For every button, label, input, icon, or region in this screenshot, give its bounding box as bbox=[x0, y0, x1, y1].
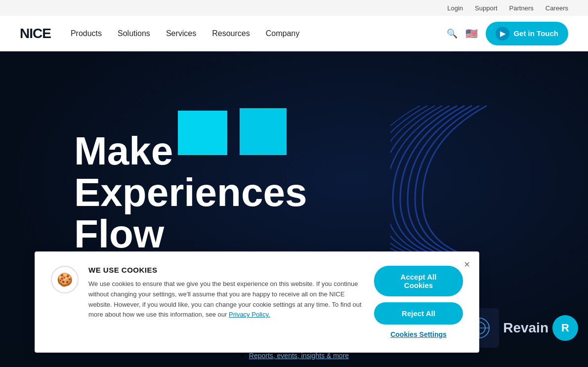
cookie-close-button[interactable]: × bbox=[464, 259, 470, 270]
nav-solutions[interactable]: Solutions bbox=[118, 29, 150, 38]
nav-right: 🔍 🇺🇸 ▶ Get in Touch bbox=[447, 22, 568, 45]
revain-logo-circle: R bbox=[552, 315, 578, 341]
logo[interactable]: NICE bbox=[20, 26, 51, 41]
cookie-content: WE USE COOKIES We use cookies to ensure … bbox=[88, 266, 364, 320]
accept-all-cookies-button[interactable]: Accept All Cookies bbox=[374, 266, 463, 296]
hero-section: Make Experiences Flow Build relationship… bbox=[0, 51, 588, 367]
get-in-touch-button[interactable]: ▶ Get in Touch bbox=[486, 22, 568, 45]
cookie-icon: 🍪 bbox=[51, 266, 79, 293]
careers-link[interactable]: Careers bbox=[546, 4, 568, 12]
cookie-banner: 🍪 WE USE COOKIES We use cookies to ensur… bbox=[35, 251, 479, 353]
revain-text: Revain bbox=[503, 320, 548, 336]
hero-title-line1: Make bbox=[74, 130, 307, 172]
cookie-title: WE USE COOKIES bbox=[88, 266, 364, 274]
hero-title: Make Experiences Flow bbox=[74, 130, 307, 255]
reject-all-button[interactable]: Reject All bbox=[374, 302, 463, 325]
hero-title-line2: Experiences bbox=[74, 172, 307, 213]
partners-link[interactable]: Partners bbox=[509, 4, 534, 12]
cookie-body-text: We use cookies to ensure that we give yo… bbox=[88, 280, 362, 318]
hero-title-line3: Flow bbox=[74, 213, 307, 255]
search-icon[interactable]: 🔍 bbox=[447, 28, 458, 39]
nav-services[interactable]: Services bbox=[166, 29, 196, 38]
chevron-down-icon: ▼ bbox=[239, 352, 245, 359]
top-bar: Login Support Partners Careers bbox=[0, 0, 588, 16]
cta-label: Get in Touch bbox=[513, 29, 558, 38]
nav-products[interactable]: Products bbox=[71, 29, 102, 38]
flag-icon[interactable]: 🇺🇸 bbox=[465, 28, 478, 40]
main-nav: NICE Products Solutions Services Resourc… bbox=[0, 16, 588, 51]
support-link[interactable]: Support bbox=[475, 4, 498, 12]
cookie-body: We use cookies to ensure that we give yo… bbox=[88, 279, 364, 320]
arrow-icon: ▶ bbox=[496, 27, 509, 41]
cookie-actions: Accept All Cookies Reject All Cookies Se… bbox=[374, 266, 463, 338]
cookies-settings-button[interactable]: Cookies Settings bbox=[390, 330, 447, 338]
nav-company[interactable]: Company bbox=[266, 29, 299, 38]
privacy-policy-link[interactable]: Privacy Policy. bbox=[229, 311, 270, 318]
nav-resources[interactable]: Resources bbox=[212, 29, 250, 38]
nav-links: Products Solutions Services Resources Co… bbox=[71, 29, 447, 38]
curved-lines-graphic bbox=[390, 101, 489, 259]
bottom-bar-link[interactable]: Reports, events, insights & more bbox=[249, 352, 349, 360]
login-link[interactable]: Login bbox=[447, 4, 463, 12]
